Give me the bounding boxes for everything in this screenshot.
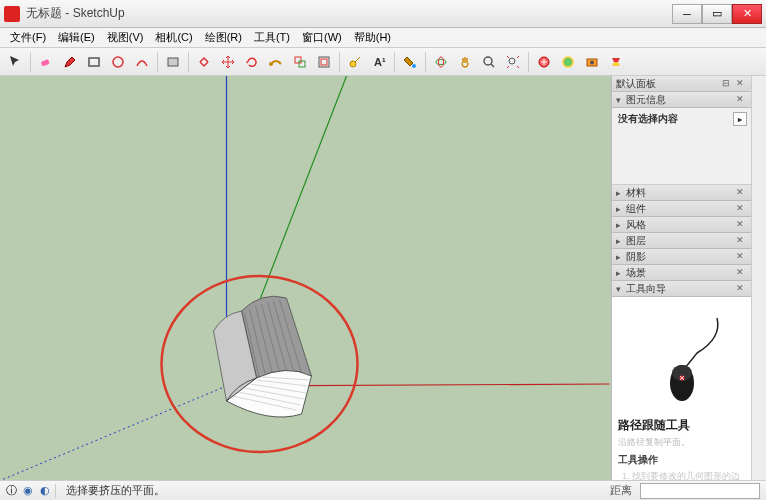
tray-pin-icon[interactable]: ⊟ (719, 77, 733, 91)
tray-header[interactable]: 默认面板 ⊟ ✕ (612, 76, 751, 92)
svg-rect-0 (41, 59, 50, 66)
side-scrollbar[interactable] (751, 76, 766, 480)
panel-materials[interactable]: ▸材料✕ (612, 185, 751, 201)
measurement-input[interactable] (640, 483, 760, 499)
measurement-label: 距离 (602, 483, 640, 498)
orbit-tool[interactable] (430, 51, 452, 73)
svg-point-15 (509, 58, 515, 64)
panel-instructor[interactable]: ▾工具向导✕ (612, 281, 751, 297)
surface-tool[interactable] (162, 51, 184, 73)
blue-axis-neg (2, 386, 227, 480)
viewport-3d[interactable] (0, 76, 611, 480)
entity-info-msg: 没有选择内容 (618, 113, 678, 124)
menu-help[interactable]: 帮助(H) (348, 28, 397, 47)
zoom-extents-tool[interactable] (502, 51, 524, 73)
followme-tool[interactable] (265, 51, 287, 73)
addloc-tool[interactable] (557, 51, 579, 73)
instructor-ops-list: 找到要修改的几何图形的边线，此边线就是路径。 绘制一个垂直于路径的平面。 点击"… (618, 471, 745, 480)
info-icon[interactable]: ⓘ (4, 484, 18, 498)
tape-tool[interactable] (344, 51, 366, 73)
app-icon (4, 6, 20, 22)
tray-close-icon[interactable]: ✕ (733, 77, 747, 91)
pushpull-tool[interactable] (193, 51, 215, 73)
svg-point-20 (590, 60, 594, 64)
menu-file[interactable]: 文件(F) (4, 28, 52, 47)
instructor-step: 找到要修改的几何图形的边线，此边线就是路径。 (632, 471, 745, 480)
section-tool[interactable] (533, 51, 555, 73)
menu-edit[interactable]: 编辑(E) (52, 28, 101, 47)
svg-point-12 (436, 59, 446, 64)
entity-info-body: 没有选择内容 ▸ (612, 108, 751, 130)
svg-point-14 (484, 57, 492, 65)
svg-rect-5 (295, 57, 301, 63)
user-icon[interactable]: ◉ (21, 484, 35, 498)
select-tool[interactable] (4, 51, 26, 73)
window-title: 无标题 - SketchUp (26, 5, 672, 22)
instructor-ops-title: 工具操作 (618, 453, 745, 467)
instructor-sub: 沿路径复制平面。 (618, 436, 745, 449)
main-area: 默认面板 ⊟ ✕ ▾ 图元信息 ✕ 没有选择内容 ▸ ▸材料✕ ▸组件✕ ▸风格… (0, 76, 766, 480)
separator (188, 52, 189, 72)
svg-point-4 (269, 62, 273, 66)
menu-draw[interactable]: 绘图(R) (199, 28, 248, 47)
instructor-body: 路径跟随工具 沿路径复制平面。 工具操作 找到要修改的几何图形的边线，此边线就是… (612, 297, 751, 480)
circle-tool[interactable] (107, 51, 129, 73)
entity-info-header[interactable]: ▾ 图元信息 ✕ (612, 92, 751, 108)
svg-rect-8 (321, 59, 327, 65)
svg-rect-3 (168, 58, 178, 66)
pencil-tool[interactable] (59, 51, 81, 73)
maximize-button[interactable]: ▭ (702, 4, 732, 24)
side-panel: 默认面板 ⊟ ✕ ▾ 图元信息 ✕ 没有选择内容 ▸ ▸材料✕ ▸组件✕ ▸风格… (611, 76, 766, 480)
warn-icon[interactable]: ◐ (38, 484, 52, 498)
3dw-tool[interactable] (605, 51, 627, 73)
rect-tool[interactable] (83, 51, 105, 73)
panel-scenes[interactable]: ▸场景✕ (612, 265, 751, 281)
panel-shadows[interactable]: ▸阴影✕ (612, 249, 751, 265)
paint-tool[interactable] (399, 51, 421, 73)
offset-tool[interactable] (313, 51, 335, 73)
photo-tool[interactable] (581, 51, 603, 73)
menu-tools[interactable]: 工具(T) (248, 28, 296, 47)
text-tool[interactable]: A¹ (368, 51, 390, 73)
separator (528, 52, 529, 72)
eraser-tool[interactable] (35, 51, 57, 73)
title-bar: 无标题 - SketchUp ─ ▭ ✕ (0, 0, 766, 28)
menu-view[interactable]: 视图(V) (101, 28, 150, 47)
scale-tool[interactable] (289, 51, 311, 73)
status-hint: 选择要挤压的平面。 (60, 483, 602, 498)
separator (394, 52, 395, 72)
separator (157, 52, 158, 72)
status-icons: ⓘ ◉ ◐ (0, 484, 60, 498)
svg-point-11 (412, 64, 416, 68)
panel-styles[interactable]: ▸风格✕ (612, 217, 751, 233)
status-bar: ⓘ ◉ ◐ 选择要挤压的平面。 距离 (0, 480, 766, 500)
menu-window[interactable]: 窗口(W) (296, 28, 348, 47)
rotate-tool[interactable] (241, 51, 263, 73)
svg-rect-1 (89, 58, 99, 66)
svg-point-2 (113, 57, 123, 67)
separator (30, 52, 31, 72)
svg-rect-6 (299, 61, 305, 67)
menu-camera[interactable]: 相机(C) (149, 28, 198, 47)
minimize-button[interactable]: ─ (672, 4, 702, 24)
svg-point-13 (439, 57, 444, 67)
flyout-button[interactable]: ▸ (733, 112, 747, 126)
model-object (214, 296, 312, 417)
panel-layers[interactable]: ▸图层✕ (612, 233, 751, 249)
collapse-icon: ▾ (616, 95, 626, 105)
pan-tool[interactable] (454, 51, 476, 73)
move-tool[interactable] (217, 51, 239, 73)
arc-tool[interactable] (131, 51, 153, 73)
close-button[interactable]: ✕ (732, 4, 762, 24)
toolbar: A¹ (0, 48, 766, 76)
zoom-tool[interactable] (478, 51, 500, 73)
separator (425, 52, 426, 72)
separator (55, 484, 56, 498)
svg-text:A¹: A¹ (374, 56, 386, 68)
instructor-title: 路径跟随工具 (618, 417, 745, 434)
panel-close-icon[interactable]: ✕ (733, 93, 747, 107)
panel-gap (612, 130, 751, 185)
menu-bar: 文件(F) 编辑(E) 视图(V) 相机(C) 绘图(R) 工具(T) 窗口(W… (0, 28, 766, 48)
window-controls: ─ ▭ ✕ (672, 4, 762, 24)
panel-components[interactable]: ▸组件✕ (612, 201, 751, 217)
